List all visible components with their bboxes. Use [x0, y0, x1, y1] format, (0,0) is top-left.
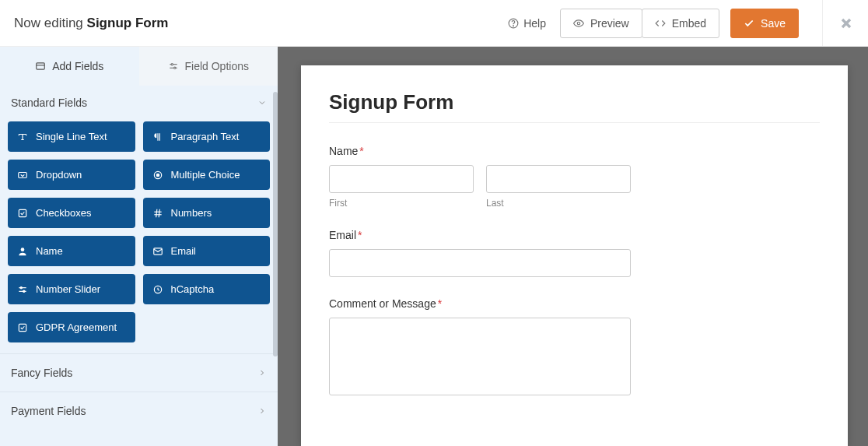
- form-icon: [35, 61, 46, 72]
- required-marker: *: [359, 145, 363, 157]
- canvas: Signup Form Name* First Last: [278, 47, 868, 446]
- svg-point-23: [20, 286, 22, 288]
- field-pill-email[interactable]: Email: [143, 236, 271, 266]
- hash-icon: [152, 208, 163, 219]
- field-pill-label: Checkboxes: [36, 207, 92, 219]
- field-label-name: Name*: [329, 145, 820, 157]
- field-pill-label: Single Line Text: [36, 131, 107, 142]
- radio-icon: [152, 170, 163, 181]
- section-fancy-fields[interactable]: Fancy Fields: [0, 353, 278, 392]
- eye-icon: [573, 18, 584, 29]
- field-pill-single-line-text[interactable]: Single Line Text: [8, 121, 135, 152]
- chevron-right-icon: [257, 368, 267, 378]
- required-marker: *: [358, 229, 362, 241]
- field-pill-label: GDPR Agreement: [36, 321, 117, 333]
- field-email[interactable]: Email*: [329, 229, 820, 277]
- scrollbar-thumb[interactable]: [273, 92, 278, 356]
- field-pill-label: Multiple Choice: [171, 169, 240, 181]
- svg-point-13: [156, 174, 159, 177]
- svg-point-9: [171, 64, 173, 65]
- last-sublabel: Last: [486, 198, 631, 209]
- preview-button[interactable]: Preview: [560, 9, 642, 38]
- field-pill-paragraph-text[interactable]: Paragraph Text: [143, 121, 271, 152]
- help-link[interactable]: Help: [508, 17, 546, 30]
- field-pill-label: Numbers: [171, 207, 212, 219]
- field-pill-dropdown[interactable]: Dropdown: [8, 160, 135, 190]
- svg-point-2: [577, 22, 580, 25]
- embed-button[interactable]: Embed: [642, 9, 719, 38]
- button-group: Preview Embed: [560, 9, 719, 38]
- field-pill-multiple-choice[interactable]: Multiple Choice: [143, 160, 271, 190]
- field-label-comment: Comment or Message*: [329, 297, 820, 310]
- code-icon: [655, 18, 666, 29]
- field-pill-hcaptcha[interactable]: hCaptcha: [143, 274, 271, 304]
- close-button[interactable]: [822, 0, 854, 47]
- save-button[interactable]: Save: [730, 9, 799, 38]
- check-icon: [17, 322, 28, 333]
- fields-grid: Single Line TextParagraph TextDropdownMu…: [0, 117, 278, 353]
- svg-point-1: [513, 25, 514, 26]
- field-pill-checkboxes[interactable]: Checkboxes: [8, 198, 135, 228]
- field-pill-number-slider[interactable]: Number Slider: [8, 274, 135, 304]
- field-pill-label: Name: [36, 245, 63, 257]
- mail-icon: [152, 246, 163, 257]
- editing-prefix: Now editing: [14, 16, 87, 30]
- svg-rect-5: [37, 63, 45, 69]
- close-icon: [838, 16, 854, 31]
- sidebar: Add Fields Field Options Standard Fields…: [0, 47, 278, 446]
- title-divider: [329, 122, 820, 123]
- svg-rect-26: [19, 324, 26, 331]
- svg-point-19: [21, 248, 25, 251]
- chevron-down-icon: [257, 98, 267, 107]
- field-name[interactable]: Name* First Last: [329, 145, 820, 209]
- field-pill-numbers[interactable]: Numbers: [143, 198, 271, 228]
- email-input[interactable]: [329, 249, 631, 277]
- section-standard-fields[interactable]: Standard Fields: [0, 86, 278, 117]
- sidebar-tabs: Add Fields Field Options: [0, 47, 278, 86]
- field-pill-label: Dropdown: [36, 169, 82, 181]
- sliders-icon: [168, 61, 179, 72]
- checkbox-icon: [17, 208, 28, 219]
- comment-textarea[interactable]: [329, 318, 631, 395]
- form-name-title: Signup Form: [87, 16, 169, 30]
- svg-point-24: [23, 290, 25, 292]
- last-name-input[interactable]: [486, 165, 631, 193]
- first-sublabel: First: [329, 198, 474, 209]
- chevron-right-icon: [257, 406, 267, 416]
- form-preview[interactable]: Signup Form Name* First Last: [301, 65, 848, 446]
- field-pill-gdpr[interactable]: GDPR Agreement: [8, 312, 135, 342]
- captcha-icon: [152, 284, 163, 295]
- field-pill-label: Paragraph Text: [171, 131, 240, 142]
- field-comment[interactable]: Comment or Message*: [329, 297, 820, 399]
- check-icon: [744, 18, 754, 29]
- section-payment-fields[interactable]: Payment Fields: [0, 392, 278, 430]
- svg-line-18: [159, 209, 159, 217]
- help-icon: [508, 18, 519, 29]
- field-pill-label: Email: [171, 245, 197, 257]
- field-label-email: Email*: [329, 229, 820, 241]
- svg-rect-14: [19, 209, 26, 216]
- form-title: Signup Form: [329, 90, 820, 114]
- svg-line-17: [156, 209, 156, 217]
- editing-label: Now editing Signup Form: [14, 16, 168, 31]
- dropdown-icon: [17, 170, 28, 181]
- topbar: Now editing Signup Form Help Preview Emb…: [0, 0, 868, 47]
- user-icon: [17, 246, 28, 257]
- tab-field-options[interactable]: Field Options: [139, 47, 278, 86]
- field-pill-label: hCaptcha: [171, 283, 215, 295]
- tab-add-fields[interactable]: Add Fields: [0, 47, 139, 86]
- slider-icon: [17, 284, 28, 295]
- text-icon: [17, 132, 28, 142]
- field-pill-label: Number Slider: [36, 283, 100, 295]
- first-name-input[interactable]: [329, 165, 474, 193]
- field-pill-name[interactable]: Name: [8, 236, 135, 266]
- paragraph-icon: [152, 132, 163, 142]
- svg-point-10: [173, 67, 175, 68]
- required-marker: *: [438, 297, 442, 310]
